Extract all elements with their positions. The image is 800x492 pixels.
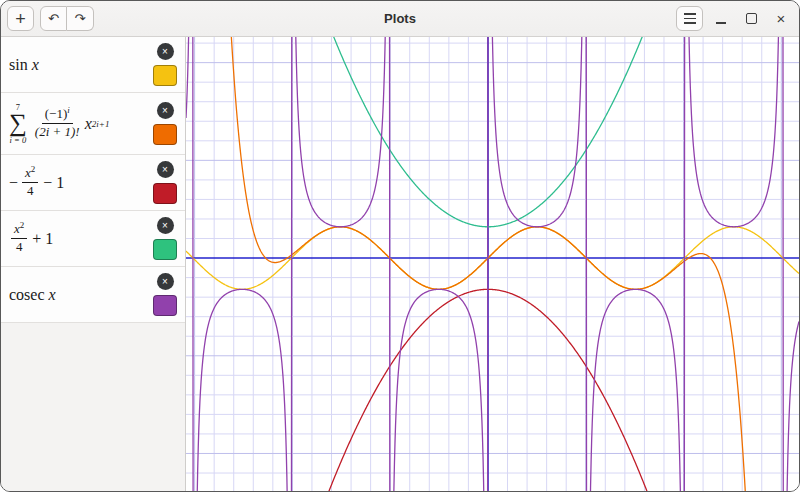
- function-list-sidebar: sinx × 7 ∑ i = 0 (−1)i (2i +: [1, 37, 186, 491]
- formula-text: x: [85, 115, 92, 133]
- sum-lower-limit: i = 0: [10, 135, 27, 145]
- row-controls: ×: [153, 273, 177, 316]
- formula-text: − 1: [43, 174, 64, 192]
- close-icon: ×: [162, 161, 168, 178]
- formula-text: x: [49, 286, 56, 304]
- fraction: (−1)i (2i + 1)!: [32, 107, 83, 140]
- formula-text: sin: [9, 56, 28, 74]
- maximize-button[interactable]: [739, 7, 763, 31]
- summation: 7 ∑ i = 0: [9, 102, 27, 145]
- formula-text: (−1): [45, 106, 68, 121]
- row-controls: ×: [153, 161, 177, 204]
- color-swatch[interactable]: [153, 183, 177, 204]
- fraction: x2 4: [11, 222, 27, 255]
- formula-text: −: [9, 174, 18, 192]
- maximize-icon: [746, 13, 757, 24]
- delete-function-button[interactable]: ×: [157, 43, 174, 60]
- plot-area[interactable]: [186, 37, 799, 491]
- undo-button[interactable]: ↶: [40, 6, 67, 31]
- undo-icon: ↶: [48, 11, 59, 26]
- header-right-controls: ×: [676, 6, 793, 31]
- formula-text: 4: [24, 183, 37, 199]
- menu-button[interactable]: [676, 6, 703, 31]
- function-row-cosec: cosecx ×: [1, 267, 185, 323]
- formula-text: 2: [31, 164, 36, 174]
- add-function-button[interactable]: +: [7, 6, 34, 31]
- curve-2: [186, 289, 799, 491]
- hamburger-menu-icon: [684, 13, 696, 24]
- close-button[interactable]: ×: [769, 7, 793, 31]
- header-left-controls: + ↶ ↷: [7, 6, 94, 31]
- delete-function-button[interactable]: ×: [157, 217, 174, 234]
- close-icon: ×: [162, 43, 168, 60]
- formula-taylor-sum[interactable]: 7 ∑ i = 0 (−1)i (2i + 1)! x2i+1: [9, 102, 109, 145]
- formula-text: + 1: [32, 230, 53, 248]
- close-icon: ×: [162, 217, 168, 234]
- redo-button[interactable]: ↷: [67, 6, 94, 31]
- close-icon: ×: [777, 10, 786, 27]
- main-content: sinx × 7 ∑ i = 0 (−1)i (2i +: [1, 37, 799, 491]
- color-swatch[interactable]: [153, 124, 177, 145]
- curve-4: [186, 37, 799, 491]
- plus-icon: +: [15, 10, 26, 28]
- formula-text: 4: [13, 239, 26, 255]
- row-controls: ×: [153, 43, 177, 86]
- function-row-taylor-sum: 7 ∑ i = 0 (−1)i (2i + 1)! x2i+1 ×: [1, 93, 185, 155]
- formula-negative-parabola[interactable]: − x2 4 − 1: [9, 166, 64, 199]
- formula-text: 2: [20, 220, 25, 230]
- sigma-icon: ∑: [9, 112, 27, 135]
- formula-text: i: [67, 105, 70, 115]
- minimize-icon: [716, 22, 726, 24]
- plots-app-window: + ↶ ↷ Plots ×: [0, 0, 800, 492]
- color-swatch[interactable]: [153, 239, 177, 260]
- formula-positive-parabola[interactable]: x2 4 + 1: [9, 222, 53, 255]
- redo-icon: ↷: [75, 11, 86, 26]
- header-bar: + ↶ ↷ Plots ×: [1, 1, 799, 37]
- delete-function-button[interactable]: ×: [157, 161, 174, 178]
- formula-text: cosec: [9, 286, 45, 304]
- plot-canvas[interactable]: [186, 37, 799, 491]
- undo-redo-group: ↶ ↷: [40, 6, 94, 31]
- formula-cosec[interactable]: cosecx: [9, 286, 56, 304]
- row-controls: ×: [153, 102, 177, 145]
- row-controls: ×: [153, 217, 177, 260]
- minimize-button[interactable]: [709, 7, 733, 31]
- formula-text: (2i + 1)!: [32, 124, 83, 140]
- function-row-positive-parabola: x2 4 + 1 ×: [1, 211, 185, 267]
- function-row-negative-parabola: − x2 4 − 1 ×: [1, 155, 185, 211]
- delete-function-button[interactable]: ×: [157, 102, 174, 119]
- color-swatch[interactable]: [153, 295, 177, 316]
- fraction: x2 4: [22, 166, 38, 199]
- formula-sin[interactable]: sinx: [9, 56, 39, 74]
- window-title: Plots: [384, 11, 416, 26]
- delete-function-button[interactable]: ×: [157, 273, 174, 290]
- color-swatch[interactable]: [153, 65, 177, 86]
- formula-text: x: [32, 56, 39, 74]
- close-icon: ×: [162, 102, 168, 119]
- function-row-sin: sinx ×: [1, 37, 185, 93]
- curve-1: [186, 37, 799, 491]
- close-icon: ×: [162, 273, 168, 290]
